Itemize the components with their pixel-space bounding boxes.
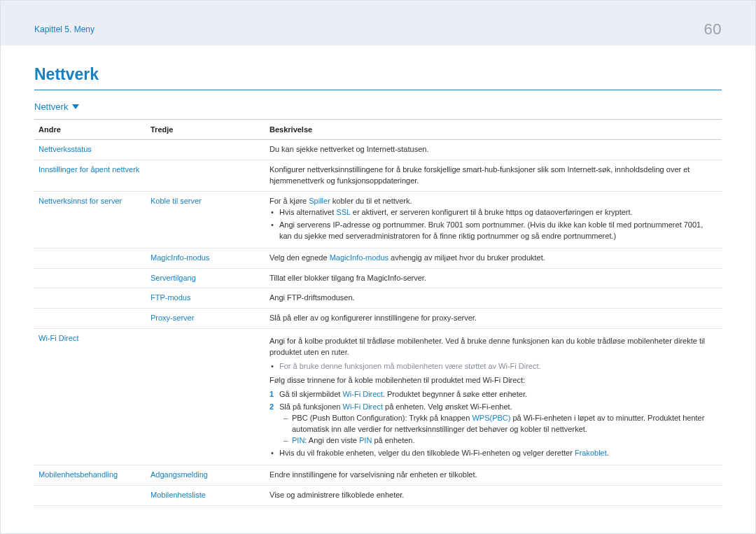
text: på enheten. Velg ønsket Wi-Fi-enhet. xyxy=(383,402,512,411)
text: kobler du til et nettverk. xyxy=(330,197,412,205)
adgangsmelding-desc: Endre innstillingene for varselvisning n… xyxy=(265,465,722,485)
nettverksstatus-desc: Du kan sjekke nettverket og Internett-st… xyxy=(265,140,722,160)
row-magicinfo: MagicInfo-modus Velg den egnede MagicInf… xyxy=(34,248,722,268)
text: . xyxy=(607,449,609,457)
mobilenhetsliste-desc: Vise og administrere tilkoblede enheter. xyxy=(265,485,722,505)
table-header-row: Andre Tredje Beskrivelse xyxy=(34,120,722,140)
text: For å kjøre xyxy=(270,197,309,205)
servertilgang-link[interactable]: Servertilgang xyxy=(150,274,196,282)
page-number: 60 xyxy=(704,20,722,38)
step-2: 2Slå på funksjonen Wi-Fi Direct på enhet… xyxy=(279,402,718,447)
magicinfo-desc: Velg den egnede MagicInfo-modus avhengig… xyxy=(265,248,722,268)
col-beskrivelse: Beskrivelse xyxy=(265,120,722,140)
proxy-server-desc: Slå på eller av og konfigurerer innstill… xyxy=(265,309,722,329)
text: Følg disse trinnene for å koble mobilenh… xyxy=(270,375,718,386)
row-mobilenhetsliste: Mobilenhetsliste Vise og administrere ti… xyxy=(34,485,722,505)
list-item: Angi serverens IP-adresse og portnummer.… xyxy=(279,220,718,242)
wifi-direct-link[interactable]: Wi-Fi Direct xyxy=(38,334,78,342)
mobilenhetsliste-link[interactable]: Mobilenhetsliste xyxy=(150,491,206,499)
list-item: Hvis du vil frakoble enheten, velger du … xyxy=(279,448,718,459)
row-adgangsmelding: Mobilenhetsbehandling Adgangsmelding End… xyxy=(34,465,722,485)
row-proxy-server: Proxy-server Slå på eller av og konfigur… xyxy=(34,309,722,329)
page-content: Nettverk Nettverk Andre Tredje Beskrivel… xyxy=(1,45,755,506)
spiller-link[interactable]: Spiller xyxy=(309,197,330,205)
proxy-server-link[interactable]: Proxy-server xyxy=(150,314,194,322)
nettverksstatus-link[interactable]: Nettverksstatus xyxy=(38,145,92,153)
sub-item-pin: PIN: Angi den viste PIN på enheten. xyxy=(292,435,718,447)
row-nettverksstatus: Nettverksstatus Du kan sjekke nettverket… xyxy=(34,140,722,160)
section-dropdown-label: Nettverk xyxy=(34,101,68,112)
manual-page: Kapittel 5. Meny 60 Nettverk Nettverk An… xyxy=(0,0,756,534)
text: Slå på funksjonen xyxy=(279,402,343,411)
page-title: Nettverk xyxy=(34,58,722,90)
row-ftp-modus: FTP-modus Angi FTP-driftsmodusen. xyxy=(34,288,722,309)
step-number: 1 xyxy=(270,389,278,400)
note-text: For å bruke denne funksjonen må mobilenh… xyxy=(279,361,718,372)
pin-link[interactable]: PIN xyxy=(359,436,372,444)
settings-table: Andre Tredje Beskrivelse Nettverksstatus… xyxy=(34,119,722,506)
chapter-label: Kapittel 5. Meny xyxy=(34,24,94,34)
text: Hvis alternativet xyxy=(279,208,336,216)
text: Velg den egnede xyxy=(270,253,330,262)
text: Hvis du vil frakoble enheten, velger du … xyxy=(279,449,575,457)
section-dropdown[interactable]: Nettverk xyxy=(34,101,79,112)
text: Gå til skjermbildet xyxy=(279,390,342,398)
row-wifi-direct: Wi-Fi Direct Angi for å kolbe produktet … xyxy=(34,329,722,465)
adgangsmelding-link[interactable]: Adgangsmelding xyxy=(150,470,208,479)
pin-label[interactable]: PIN xyxy=(292,436,304,444)
text: PBC (Push Button Configuration): Trykk p… xyxy=(292,414,472,422)
koble-til-server-desc: For å kjøre Spiller kobler du til et net… xyxy=(265,191,722,248)
wifi-direct-desc: Angi for å kolbe produktet til trådløse … xyxy=(265,329,722,465)
text: er aktivert, er serveren konfigurert til… xyxy=(351,208,633,216)
wps-pbc-link[interactable]: WPS(PBC) xyxy=(472,414,510,422)
col-andre: Andre xyxy=(34,120,146,140)
text: : Angi den viste xyxy=(304,436,359,444)
page-header: Kapittel 5. Meny 60 xyxy=(1,1,755,45)
ssl-link[interactable]: SSL xyxy=(336,208,350,216)
magicinfo-modus-link[interactable]: MagicInfo-modus xyxy=(150,253,209,262)
text: på enheten. xyxy=(372,436,414,444)
step-1: 1Gå til skjermbildet Wi-Fi Direct. Produ… xyxy=(279,389,718,400)
wifi-direct-inline-link[interactable]: Wi-Fi Direct xyxy=(342,390,382,398)
text: avhengig av miljøet hvor du bruker produ… xyxy=(388,253,545,262)
col-tredje: Tredje xyxy=(146,120,265,140)
wifi-direct-inline-link-2[interactable]: Wi-Fi Direct xyxy=(343,402,383,411)
frakoblet-link[interactable]: Frakoblet xyxy=(575,449,607,457)
innstillinger-apent-desc: Konfigurer nettverksinnstillingene for å… xyxy=(265,160,722,191)
list-item: Hvis alternativet SSL er aktivert, er se… xyxy=(279,207,718,218)
step-number: 2 xyxy=(270,402,278,413)
row-servertilgang: Servertilgang Tillat eller blokker tilga… xyxy=(34,268,722,288)
koble-til-server-link[interactable]: Koble til server xyxy=(150,197,202,205)
text: . Produktet begynner å søke etter enhete… xyxy=(383,390,527,398)
magicinfo-link-inline[interactable]: MagicInfo-modus xyxy=(330,253,388,262)
row-koble-til-server: Nettverksinnst for server Koble til serv… xyxy=(34,191,722,248)
servertilgang-desc: Tillat eller blokker tilgang fra MagicIn… xyxy=(265,268,722,288)
text: Angi for å kolbe produktet til trådløse … xyxy=(270,336,718,358)
nettverksinnst-server-link[interactable]: Nettverksinnst for server xyxy=(38,197,122,205)
chevron-down-icon xyxy=(72,104,79,109)
sub-item-pbc: PBC (Push Button Configuration): Trykk p… xyxy=(292,413,718,435)
row-innstillinger-apent: Innstillinger for åpent nettverk Konfigu… xyxy=(34,160,722,191)
ftp-modus-link[interactable]: FTP-modus xyxy=(150,293,190,302)
mobilenhetsbehandling-link[interactable]: Mobilenhetsbehandling xyxy=(38,470,118,479)
innstillinger-apent-link[interactable]: Innstillinger for åpent nettverk xyxy=(38,165,139,174)
ftp-modus-desc: Angi FTP-driftsmodusen. xyxy=(265,288,722,309)
